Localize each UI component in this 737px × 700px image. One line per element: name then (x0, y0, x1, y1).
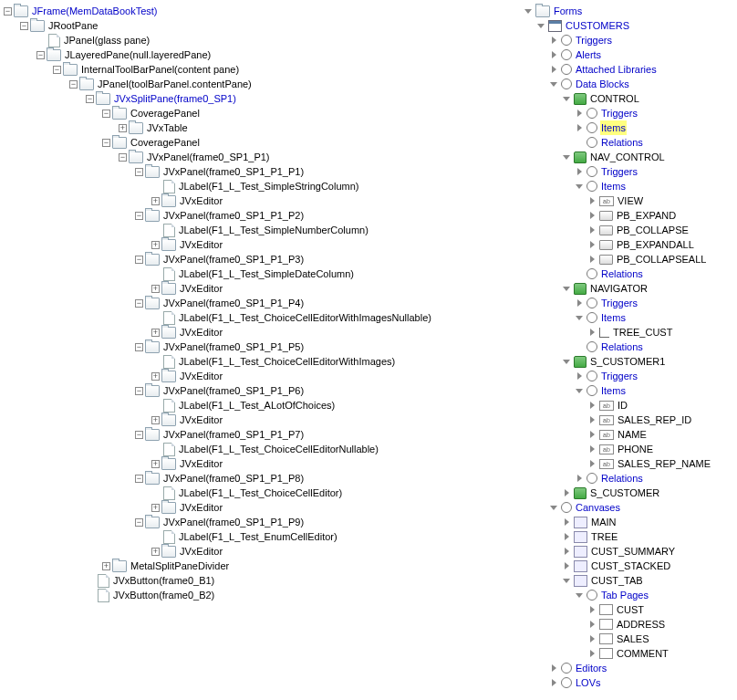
expand-toggle[interactable]: + (151, 372, 160, 381)
expand-handle[interactable] (575, 167, 585, 177)
tree-row[interactable]: MAIN (524, 515, 737, 529)
tree-row[interactable]: CUST_STACKED (524, 559, 737, 573)
tree-row[interactable]: ID (524, 398, 737, 413)
tree-row[interactable]: CUST_TAB (524, 573, 737, 588)
collapse-toggle[interactable]: − (102, 139, 110, 147)
tree-row[interactable]: +JVxEditor (4, 325, 524, 340)
collapse-handle[interactable] (562, 357, 572, 367)
tree-row[interactable]: PB_EXPANDALL (524, 237, 737, 252)
tree-row[interactable]: Items (524, 120, 737, 135)
tree-row[interactable]: −InternalToolBarPanel(content pane) (4, 62, 524, 77)
tree-row[interactable]: −JVxPanel(frame0_SP1_P1_P6) (4, 383, 524, 398)
expand-handle[interactable] (549, 663, 559, 674)
tree-row[interactable]: +JVxEditor (4, 544, 524, 559)
expand-handle[interactable] (587, 328, 597, 338)
tree-row[interactable]: −JVxPanel(frame0_SP1_P1_P7) (4, 427, 524, 442)
tree-row[interactable]: VIEW (524, 193, 737, 208)
tree-row[interactable]: JLabel(F1_L_Test_ChoiceCellEditorWithIma… (4, 354, 524, 369)
expand-handle[interactable] (549, 678, 559, 688)
tree-row[interactable]: JLabel(F1_L_Test_SimpleDateColumn) (4, 266, 524, 281)
collapse-toggle[interactable]: − (69, 80, 78, 89)
tree-row[interactable]: Triggers (524, 369, 737, 383)
expand-handle[interactable] (587, 196, 597, 206)
tree-row[interactable]: Editors (524, 661, 737, 675)
expand-handle[interactable] (587, 211, 597, 221)
expand-toggle[interactable]: + (151, 460, 160, 468)
expand-toggle[interactable]: + (102, 562, 110, 570)
collapse-toggle[interactable]: − (135, 518, 143, 527)
tree-row[interactable]: +JVxEditor (4, 237, 524, 252)
tree-row[interactable]: NAVIGATOR (524, 281, 737, 296)
expand-toggle[interactable]: + (151, 504, 160, 512)
tree-row[interactable]: −CoveragePanel (4, 106, 524, 120)
tree-row[interactable]: Relations (524, 135, 737, 150)
expand-toggle[interactable]: + (119, 124, 127, 132)
collapse-toggle[interactable]: − (102, 110, 110, 118)
expand-handle[interactable] (562, 517, 572, 528)
tree-row[interactable]: SALES_REP_ID (524, 413, 737, 427)
expand-toggle[interactable]: + (151, 197, 160, 205)
tree-row[interactable]: PB_EXPAND (524, 208, 737, 223)
tree-row[interactable]: SALES (524, 632, 737, 646)
tree-row[interactable]: JVxButton(frame0_B1) (4, 573, 524, 588)
tree-row[interactable]: −JVxPanel(frame0_SP1_P1_P8) (4, 471, 524, 486)
tree-row[interactable]: +JVxEditor (4, 413, 524, 427)
expand-handle[interactable] (575, 109, 585, 119)
collapse-toggle[interactable]: − (135, 299, 143, 308)
collapse-toggle[interactable]: − (135, 256, 143, 264)
tree-row[interactable]: +JVxEditor (4, 500, 524, 515)
tree-row[interactable]: −JVxSplitPane(frame0_SP1) (4, 91, 524, 106)
expand-handle[interactable] (587, 255, 597, 265)
tree-row[interactable]: JPanel(glass pane) (4, 33, 524, 47)
tree-row[interactable]: −JVxPanel(frame0_SP1_P1_P5) (4, 340, 524, 354)
tree-row[interactable]: JLabel(F1_L_Test_EnumCellEditor) (4, 529, 524, 544)
tree-row[interactable]: Alerts (524, 47, 737, 62)
tree-row[interactable]: −JFrame(MemDataBookTest) (4, 4, 524, 18)
collapse-handle[interactable] (575, 590, 585, 601)
expand-handle[interactable] (587, 444, 597, 454)
collapse-toggle[interactable]: − (135, 343, 143, 351)
tree-row[interactable]: Triggers (524, 106, 737, 120)
expand-handle[interactable] (587, 415, 597, 425)
tree-row[interactable]: +JVxEditor (4, 193, 524, 208)
tree-row[interactable]: Items (524, 383, 737, 398)
tree-row[interactable]: −JVxPanel(frame0_SP1_P1_P1) (4, 164, 524, 179)
tree-row[interactable]: PB_COLLAPSE (524, 223, 737, 237)
expand-handle[interactable] (562, 561, 572, 571)
tree-row[interactable]: Forms (524, 4, 737, 18)
tree-row[interactable]: JLabel(F1_L_Test_ChoiceCellEditorNullabl… (4, 442, 524, 456)
expand-handle[interactable] (575, 123, 585, 133)
tree-row[interactable]: JVxButton(frame0_B2) (4, 588, 524, 602)
collapse-toggle[interactable]: − (119, 153, 127, 162)
collapse-handle[interactable] (562, 152, 572, 162)
expand-toggle[interactable]: + (151, 416, 160, 424)
tree-row[interactable]: TREE (524, 529, 737, 544)
tree-row[interactable]: NAV_CONTROL (524, 150, 737, 164)
tree-row[interactable]: Canvases (524, 500, 737, 515)
tree-row[interactable]: CUST (524, 602, 737, 617)
tree-row[interactable]: JLabel(F1_L_Test_SimpleNumberColumn) (4, 223, 524, 237)
tree-row[interactable]: −JLayeredPane(null.layeredPane) (4, 47, 524, 62)
tree-row[interactable]: Triggers (524, 33, 737, 47)
collapse-handle[interactable] (549, 503, 559, 513)
collapse-toggle[interactable]: − (135, 212, 143, 220)
expand-handle[interactable] (587, 430, 597, 440)
expand-handle[interactable] (587, 459, 597, 469)
tree-row[interactable]: −JRootPane (4, 18, 524, 33)
expand-toggle[interactable]: + (151, 241, 160, 249)
collapse-handle[interactable] (562, 284, 572, 294)
tree-row[interactable]: Items (524, 310, 737, 325)
expand-handle[interactable] (587, 634, 597, 644)
tree-row[interactable]: Relations (524, 471, 737, 486)
tree-row[interactable]: −JVxPanel(frame0_SP1_P1_P3) (4, 252, 524, 266)
tree-row[interactable]: +JVxEditor (4, 281, 524, 296)
collapse-handle[interactable] (562, 576, 572, 586)
tree-row[interactable]: SALES_REP_NAME (524, 456, 737, 471)
expand-handle[interactable] (575, 371, 585, 381)
tree-row[interactable]: JLabel(F1_L_Test_ChoiceCellEditorWithIma… (4, 310, 524, 325)
collapse-handle[interactable] (575, 182, 585, 192)
collapse-handle[interactable] (575, 386, 585, 396)
tree-row[interactable]: Triggers (524, 164, 737, 179)
expand-handle[interactable] (587, 240, 597, 250)
tree-row[interactable]: Attached Libraries (524, 62, 737, 77)
